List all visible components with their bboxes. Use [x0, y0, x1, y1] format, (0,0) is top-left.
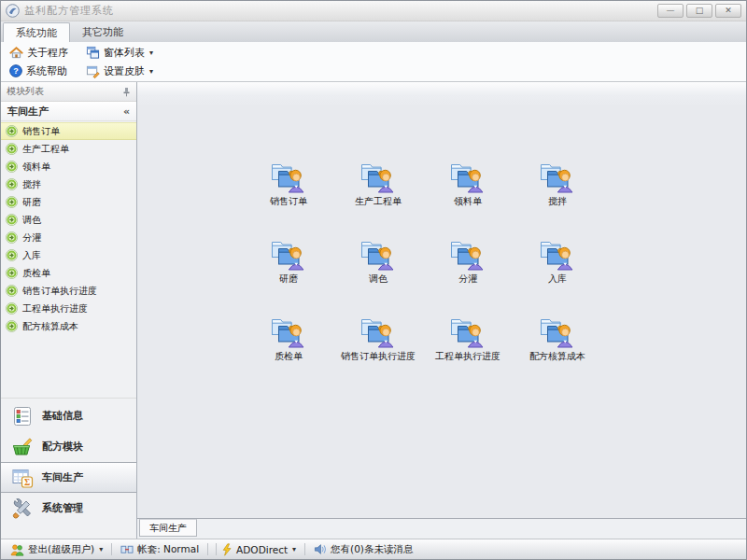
minimize-button[interactable]: — — [657, 4, 684, 18]
sidebar-module-item-label: 配方核算成本 — [22, 320, 78, 333]
dropdown-arrow-icon: ▾ — [149, 67, 153, 76]
shortcut-item[interactable]: 销售订单 — [244, 161, 333, 238]
shortcut-item[interactable]: 研磨 — [244, 238, 333, 315]
shortcut-item[interactable]: 调色 — [333, 238, 423, 315]
tools-icon — [11, 497, 34, 520]
table-sigma-icon: Σ — [11, 467, 34, 489]
sidebar-module-item-label: 搅拌 — [22, 178, 41, 191]
green-arrow-icon — [6, 196, 18, 208]
nav-panel-label: 系统管理 — [42, 501, 83, 515]
module-list-header: 模块列表 — [1, 82, 136, 102]
unread-messages-indicator[interactable]: 您有(0)条未读消息 — [311, 543, 416, 556]
tab-other-functions[interactable]: 其它功能 — [70, 22, 135, 42]
help-icon: ? — [9, 64, 22, 77]
basket-pencil-icon — [11, 436, 34, 458]
window-title: 益利配方管理系统 — [24, 4, 655, 18]
sidebar-module-item[interactable]: 调色 — [1, 211, 136, 229]
ribbon-toolbar: 关于程序 窗体列表 ▾ ? 系统帮助 设置皮肤 ▾ — [1, 42, 746, 82]
logout-button[interactable]: 登出(超级用户) ▾ — [7, 543, 106, 556]
svg-text:?: ? — [13, 66, 19, 76]
folder-user-icon — [449, 238, 486, 271]
skin-icon — [86, 64, 100, 78]
collapse-icon[interactable]: « — [123, 105, 130, 118]
shortcut-item[interactable]: 入库 — [513, 238, 602, 315]
connection-mode-button[interactable]: ADODirect ▾ — [218, 543, 299, 556]
folder-user-icon — [270, 315, 307, 348]
speaker-icon — [314, 543, 327, 555]
green-arrow-icon — [6, 320, 18, 332]
unread-messages-label: 您有(0)条未读消息 — [331, 543, 413, 556]
shortcut-item[interactable]: 销售订单执行进度 — [333, 315, 423, 393]
account-icon — [120, 543, 134, 555]
nav-panel-system-management[interactable]: 系统管理 — [1, 493, 136, 524]
nav-panel-basic-info[interactable]: 基础信息 — [1, 400, 136, 431]
sidebar-module-item[interactable]: 领料单 — [1, 158, 136, 175]
shortcut-item[interactable]: 配方核算成本 — [513, 315, 602, 393]
folder-user-icon — [539, 315, 576, 348]
window-list-button[interactable]: 窗体列表 ▾ — [79, 44, 160, 62]
shortcut-item[interactable]: 生产工程单 — [333, 161, 423, 238]
sidebar-module-item[interactable]: 配方核算成本 — [1, 317, 136, 335]
windows-icon — [86, 46, 100, 60]
green-arrow-icon — [6, 125, 18, 137]
green-arrow-icon — [6, 267, 18, 279]
shortcut-label: 分灌 — [458, 273, 477, 286]
set-skin-button[interactable]: 设置皮肤 ▾ — [79, 63, 160, 80]
tab-system-functions[interactable]: 系统功能 — [3, 22, 70, 42]
sidebar-nav-panels: 基础信息 配方模块 Σ 车间生产 系统管理 — [1, 400, 136, 524]
shortcut-label: 质检单 — [275, 350, 303, 363]
folder-user-icon — [449, 161, 486, 193]
shortcut-label: 搅拌 — [548, 195, 567, 208]
sidebar-module-item[interactable]: 质检单 — [1, 264, 136, 282]
shortcut-item[interactable]: 质检单 — [244, 315, 333, 393]
shortcut-label: 研磨 — [279, 273, 298, 286]
sidebar-module-item[interactable]: 研磨 — [1, 193, 136, 211]
shortcut-item[interactable]: 搅拌 — [513, 161, 602, 238]
sidebar-splitter[interactable] — [1, 398, 136, 399]
green-arrow-icon — [6, 178, 18, 190]
system-help-label: 系统帮助 — [26, 64, 67, 78]
sidebar-module-item[interactable]: 销售订单执行进度 — [1, 282, 136, 300]
dropdown-arrow-icon: ▾ — [149, 49, 153, 57]
system-help-button[interactable]: ? 系统帮助 — [3, 63, 79, 80]
sidebar-module-item[interactable]: 分灌 — [1, 229, 136, 246]
lightning-icon — [221, 543, 233, 556]
title-bar: 益利配方管理系统 — □ ✕ — [1, 1, 746, 21]
sidebar-module-item[interactable]: 销售订单 — [1, 122, 136, 140]
module-group-header: 车间生产 « — [1, 102, 136, 121]
status-bar: 登出(超级用户) ▾ 帐套: Normal ADODirect ▾ 您有(0)条… — [1, 539, 746, 559]
dropdown-arrow-icon: ▾ — [292, 545, 296, 553]
shortcut-label: 领料单 — [454, 195, 482, 208]
account-set-label: 帐套: Normal — [137, 543, 199, 556]
shortcut-item[interactable]: 工程单执行进度 — [423, 315, 513, 393]
logout-label: 登出(超级用户) — [28, 543, 94, 556]
nav-panel-workshop-production[interactable]: Σ 车间生产 — [1, 462, 136, 493]
sidebar: 模块列表 车间生产 « 销售订单 生产工程单 — [1, 82, 137, 539]
shortcut-label: 销售订单执行进度 — [341, 350, 416, 363]
sidebar-module-item[interactable]: 生产工程单 — [1, 140, 136, 158]
svg-text:Σ: Σ — [24, 478, 30, 487]
shortcut-label: 工程单执行进度 — [435, 350, 500, 363]
sidebar-module-item-label: 工程单执行进度 — [22, 302, 88, 315]
maximize-button[interactable]: □ — [686, 4, 712, 18]
shortcut-item[interactable]: 分灌 — [423, 238, 513, 315]
nav-panel-label: 配方模块 — [42, 440, 83, 454]
list-icon — [11, 405, 34, 427]
connection-mode-label: ADODirect — [236, 544, 288, 555]
sidebar-module-item-label: 调色 — [22, 214, 41, 227]
folder-user-icon — [359, 161, 397, 193]
sidebar-module-item[interactable]: 搅拌 — [1, 175, 136, 193]
close-button[interactable]: ✕ — [715, 4, 741, 18]
sidebar-module-item-label: 销售订单 — [22, 125, 60, 138]
sidebar-module-item-label: 生产工程单 — [22, 143, 69, 156]
about-program-button[interactable]: 关于程序 — [3, 44, 79, 62]
nav-panel-formula-module[interactable]: 配方模块 — [1, 431, 136, 462]
document-tab-workshop[interactable]: 车间生产 — [139, 519, 197, 537]
pin-icon[interactable] — [122, 87, 131, 97]
users-icon — [10, 543, 24, 556]
sidebar-module-item[interactable]: 入库 — [1, 246, 136, 264]
document-tab-bar: 车间生产 — [137, 519, 746, 539]
shortcut-item[interactable]: 领料单 — [423, 161, 513, 238]
sidebar-module-item[interactable]: 工程单执行进度 — [1, 300, 136, 317]
nav-panel-label: 基础信息 — [42, 409, 83, 423]
